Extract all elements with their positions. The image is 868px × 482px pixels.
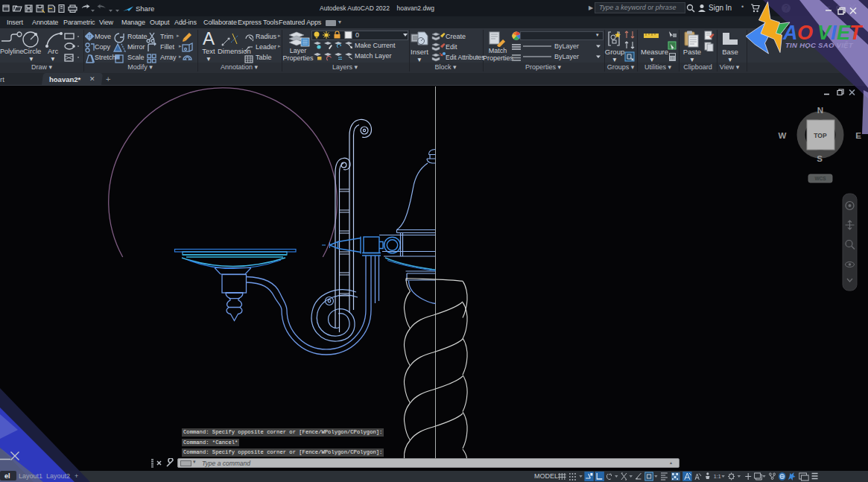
svg-text:TOP: TOP bbox=[814, 132, 827, 139]
svg-text:WCS: WCS bbox=[814, 176, 826, 181]
svg-text:ByLayer: ByLayer bbox=[554, 42, 579, 50]
svg-text:1:1: 1:1 bbox=[714, 473, 721, 481]
svg-text:ByLayer: ByLayer bbox=[554, 53, 579, 60]
svg-text:W: W bbox=[779, 131, 787, 140]
svg-text:S: S bbox=[817, 154, 823, 163]
svg-text:?: ? bbox=[784, 4, 788, 13]
svg-text:E: E bbox=[855, 131, 861, 140]
svg-text:0: 0 bbox=[355, 31, 359, 39]
svg-text:N: N bbox=[817, 106, 823, 115]
